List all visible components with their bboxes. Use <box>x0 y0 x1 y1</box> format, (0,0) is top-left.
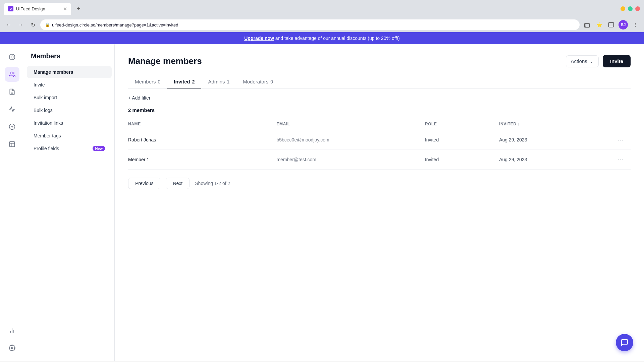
svg-rect-0 <box>585 23 590 27</box>
main-content: Manage members Actions ⌄ Invite Members … <box>115 44 644 361</box>
nav-layout-icon[interactable] <box>5 137 19 152</box>
tab-title: UIFeed Design <box>16 6 45 11</box>
tabs: Members 0 Invited 2 Admins 1 Moderators … <box>128 75 631 88</box>
member-role: Invited <box>425 137 499 142</box>
member-name: Member 1 <box>128 157 276 162</box>
sidebar-item-label: Bulk logs <box>34 108 53 113</box>
actions-label: Actions <box>571 58 587 64</box>
menu-icon[interactable]: ⋮ <box>631 20 640 29</box>
incognito-avatar[interactable]: SJ <box>619 20 628 29</box>
upgrade-link[interactable]: Upgrade now <box>244 36 274 41</box>
new-tab-button[interactable]: + <box>74 4 83 13</box>
col-email: EMAIL <box>276 122 425 126</box>
page-title: Manage members <box>128 56 202 66</box>
svg-rect-1 <box>609 22 614 27</box>
banner-message: and take advantage of our annual discoun… <box>275 36 400 41</box>
tab-invited[interactable]: Invited 2 <box>167 75 201 88</box>
member-invited-date: Aug 29, 2023 <box>499 157 610 162</box>
forward-button[interactable]: → <box>16 20 25 29</box>
tab-favicon: U <box>8 6 13 11</box>
pagination: Previous Next Showing 1-2 of 2 <box>128 178 631 189</box>
pagination-info: Showing 1-2 of 2 <box>195 181 230 186</box>
new-badge: New <box>93 146 105 151</box>
tab-moderators[interactable]: Moderators 0 <box>236 75 280 88</box>
nav-analytics-icon[interactable] <box>5 323 19 338</box>
nav-activity-icon[interactable] <box>5 102 19 117</box>
table-row: Member 1 member@test.com Invited Aug 29,… <box>128 150 631 170</box>
window-maximize[interactable] <box>628 6 633 11</box>
sidebar-item-invite[interactable]: Invite <box>27 79 112 91</box>
window-controls <box>621 6 640 11</box>
header-actions: Actions ⌄ Invite <box>566 55 631 67</box>
sort-icon: ↓ <box>518 122 520 126</box>
tab-admins-label: Admins <box>208 79 225 84</box>
sidebar-item-label: Bulk import <box>34 95 57 100</box>
sidebar-item-bulk-import[interactable]: Bulk import <box>27 92 112 104</box>
svg-rect-14 <box>9 142 14 147</box>
sidebar-item-invitation-links[interactable]: Invitation links <box>27 117 112 129</box>
tab-admins-count: 1 <box>227 79 229 84</box>
page-header: Manage members Actions ⌄ Invite <box>128 55 631 67</box>
row-more-button[interactable]: ⋯ <box>610 136 631 143</box>
tab-members-count: 0 <box>158 79 161 84</box>
chevron-down-icon: ⌄ <box>589 58 594 64</box>
nav-billing-icon[interactable] <box>5 119 19 134</box>
svg-point-3 <box>11 56 13 58</box>
cast-icon[interactable] <box>582 20 592 29</box>
row-more-button[interactable]: ⋯ <box>610 156 631 163</box>
tab-admins[interactable]: Admins 1 <box>201 75 236 88</box>
svg-point-8 <box>10 72 12 74</box>
member-email: member@test.com <box>276 157 425 162</box>
col-role: ROLE <box>425 122 499 126</box>
sidebar-title: Members <box>24 52 114 65</box>
add-filter-label: + Add filter <box>128 95 151 101</box>
address-bar: ← → ↻ 🔒 uifeed-design.circle.so/members/… <box>0 17 644 32</box>
sidebar-item-manage-members[interactable]: Manage members <box>27 66 112 78</box>
reload-button[interactable]: ↻ <box>28 20 38 29</box>
browser-chrome: U UIFeed Design ✕ + <box>0 0 644 17</box>
back-button[interactable]: ← <box>4 20 13 29</box>
browser-tab[interactable]: U UIFeed Design ✕ <box>4 3 71 15</box>
next-button[interactable]: Next <box>166 178 190 189</box>
window-close[interactable] <box>635 6 640 11</box>
tab-invited-count: 2 <box>192 79 195 84</box>
nav-members-icon[interactable] <box>5 67 19 82</box>
add-filter-button[interactable]: + Add filter <box>128 95 631 101</box>
member-name: Robert Jonas <box>128 137 276 142</box>
actions-button[interactable]: Actions ⌄ <box>566 55 599 67</box>
nav-settings-icon[interactable] <box>5 341 19 355</box>
table-row: Robert Jonas b5bcec0e@moodjoy.com Invite… <box>128 130 631 150</box>
url-bar[interactable]: 🔒 uifeed-design.circle.so/members/manage… <box>40 19 580 30</box>
col-invited[interactable]: INVITED ↓ <box>499 122 610 126</box>
sidebar-item-profile-fields[interactable]: Profile fields New <box>27 142 112 155</box>
nav-content-icon[interactable] <box>5 84 19 99</box>
member-email: b5bcec0e@moodjoy.com <box>276 137 425 142</box>
window-minimize[interactable] <box>621 6 625 11</box>
members-table: NAME EMAIL ROLE INVITED ↓ Robert Jonas b… <box>128 118 631 170</box>
sidebar-item-label: Invitation links <box>34 120 63 126</box>
url-text: uifeed-design.circle.so/members/manage?p… <box>52 22 575 27</box>
chat-button[interactable] <box>616 334 633 351</box>
browser-actions: ⭐ SJ ⋮ <box>582 20 640 29</box>
tab-moderators-label: Moderators <box>243 79 268 84</box>
tab-close-icon[interactable]: ✕ <box>63 6 67 11</box>
invite-button[interactable]: Invite <box>603 55 631 67</box>
icon-nav <box>0 44 24 361</box>
col-name: NAME <box>128 122 276 126</box>
svg-point-20 <box>11 347 13 349</box>
app-layout: Members Manage members Invite Bulk impor… <box>0 44 644 361</box>
member-invited-date: Aug 29, 2023 <box>499 137 610 142</box>
col-actions <box>610 122 631 126</box>
sidebar-item-label: Profile fields <box>34 146 59 151</box>
nav-home-icon[interactable] <box>5 50 19 64</box>
previous-button[interactable]: Previous <box>128 178 160 189</box>
sidebar-item-bulk-logs[interactable]: Bulk logs <box>27 104 112 116</box>
profile-icon[interactable] <box>606 20 616 29</box>
sidebar: Members Manage members Invite Bulk impor… <box>24 44 115 361</box>
tab-moderators-count: 0 <box>270 79 273 84</box>
lock-icon: 🔒 <box>45 22 50 27</box>
tab-members[interactable]: Members 0 <box>128 75 167 88</box>
sidebar-item-member-tags[interactable]: Member tags <box>27 130 112 142</box>
member-role: Invited <box>425 157 499 162</box>
bookmark-icon[interactable]: ⭐ <box>594 20 604 29</box>
